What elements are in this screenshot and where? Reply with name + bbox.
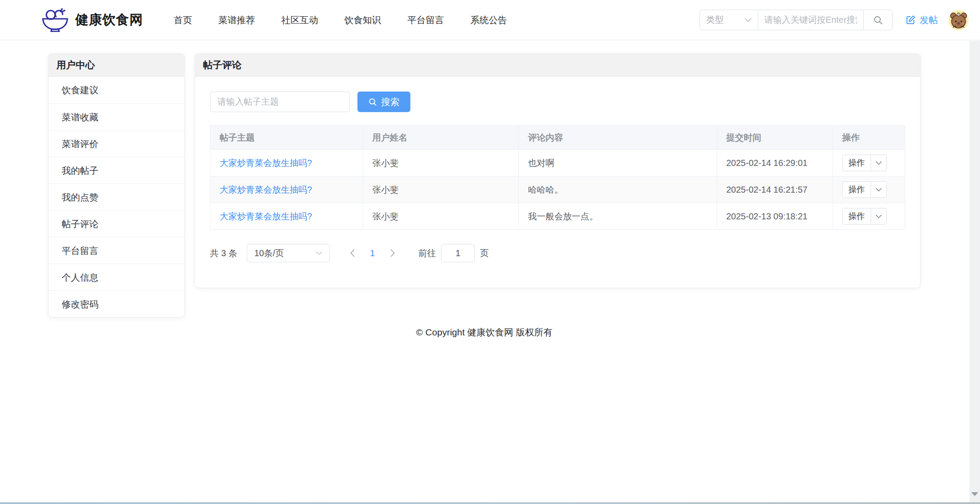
action-label: 操作: [843, 182, 871, 197]
navbar-right: 类型 发帖: [700, 10, 969, 30]
search-icon: [873, 15, 883, 25]
action-dropdown-button[interactable]: 操作: [842, 208, 887, 225]
sidebar-menu: 饮食建议 菜谱收藏 菜谱评价 我的帖子 我的点赞 帖子评论 平台留言 个人信息 …: [49, 77, 184, 317]
sidebar-item-recipe-favorites[interactable]: 菜谱收藏: [49, 103, 184, 130]
col-content: 评论内容: [519, 126, 717, 150]
sidebar-item-recipe-reviews[interactable]: 菜谱评价: [49, 130, 184, 157]
nav-item-knowledge[interactable]: 饮食知识: [344, 14, 381, 26]
search-button-label: 搜索: [381, 96, 399, 108]
topic-link[interactable]: 大家炒青菜会放生抽吗?: [220, 211, 312, 221]
copyright-footer: © Copyright 健康饮食网 版权所有: [48, 326, 920, 338]
sidebar-item-platform-messages[interactable]: 平台留言: [49, 237, 184, 264]
chevron-down-icon[interactable]: [871, 155, 886, 171]
chevron-down-icon[interactable]: [871, 182, 886, 197]
username-cell: 张小斐: [363, 176, 519, 203]
keyword-search-input[interactable]: [758, 10, 863, 30]
chevron-left-icon: [350, 249, 355, 257]
col-username: 用户姓名: [363, 126, 519, 150]
content-cell: 我一般会放一点。: [519, 203, 717, 230]
username-cell: 张小斐: [363, 203, 519, 230]
vertical-scrollbar[interactable]: [970, 41, 980, 502]
pagination: 共 3 条 10条/页 1: [210, 244, 905, 262]
sidebar-item-diet-advice[interactable]: 饮食建议: [49, 77, 184, 103]
post-comments-panel: 帖子评论 搜索 帖子主题 用户: [195, 53, 920, 288]
main-nav: 首页 菜谱推荐 社区互动 饮食知识 平台留言 系统公告: [174, 14, 507, 26]
col-time: 提交时间: [717, 126, 833, 150]
comments-table: 帖子主题 用户姓名 评论内容 提交时间 操作 大家炒青菜会放生抽吗? 张小斐 也…: [210, 125, 905, 230]
search-icon: [368, 98, 377, 106]
type-select[interactable]: 类型: [700, 10, 758, 30]
navbar: 健康饮食网 首页 菜谱推荐 社区互动 饮食知识 平台留言 系统公告 类型: [0, 0, 980, 40]
sidebar-item-profile[interactable]: 个人信息: [49, 264, 184, 290]
content-cell: 哈哈哈。: [519, 176, 717, 203]
brand[interactable]: 健康饮食网: [41, 8, 143, 32]
nav-item-community[interactable]: 社区互动: [281, 14, 318, 26]
goto-label: 前往: [418, 247, 436, 259]
action-dropdown-button[interactable]: 操作: [842, 181, 887, 198]
chevron-down-icon: [316, 251, 322, 255]
content: 用户中心 饮食建议 菜谱收藏 菜谱评价 我的帖子 我的点赞 帖子评论 平台留言 …: [48, 53, 920, 338]
topic-link[interactable]: 大家炒青菜会放生抽吗?: [220, 158, 312, 168]
scrollbar-down-arrow-icon[interactable]: [971, 492, 978, 496]
table-header-row: 帖子主题 用户姓名 评论内容 提交时间 操作: [210, 126, 905, 150]
sidebar-item-my-likes[interactable]: 我的点赞: [49, 183, 184, 210]
nav-item-home[interactable]: 首页: [174, 14, 192, 26]
nav-item-recipes[interactable]: 菜谱推荐: [218, 14, 255, 26]
action-label: 操作: [843, 208, 871, 224]
nav-item-messages[interactable]: 平台留言: [407, 14, 444, 26]
sidebar-item-post-comments[interactable]: 帖子评论: [49, 210, 184, 237]
type-select-value: 类型: [706, 14, 724, 26]
sidebar-item-my-posts[interactable]: 我的帖子: [49, 157, 184, 183]
page-size-value: 10条/页: [254, 247, 284, 259]
brand-name: 健康饮食网: [75, 11, 143, 29]
topic-search-input[interactable]: [210, 92, 350, 112]
action-dropdown-button[interactable]: 操作: [842, 155, 887, 171]
action-label: 操作: [843, 155, 871, 171]
chevron-down-icon[interactable]: [871, 208, 886, 224]
sidebar-item-change-password[interactable]: 修改密码: [49, 290, 184, 317]
page-number-1[interactable]: 1: [362, 248, 382, 258]
total-count: 共 3 条: [210, 247, 237, 259]
chevron-right-icon: [390, 249, 395, 257]
time-cell: 2025-02-14 16:29:01: [717, 150, 833, 176]
nav-item-announcements[interactable]: 系统公告: [470, 14, 507, 26]
table-row: 大家炒青菜会放生抽吗? 张小斐 也对啊 2025-02-14 16:29:01 …: [210, 150, 905, 176]
sidebar-title: 用户中心: [49, 54, 184, 77]
user-avatar[interactable]: [948, 10, 969, 30]
goto-page-input[interactable]: [441, 244, 475, 262]
col-topic: 帖子主题: [210, 126, 363, 150]
edit-pencil-icon: [906, 15, 916, 25]
new-post-label: 发帖: [920, 14, 938, 26]
table-row: 大家炒青菜会放生抽吗? 张小斐 我一般会放一点。 2025-02-13 09:1…: [210, 203, 905, 230]
topic-link[interactable]: 大家炒青菜会放生抽吗?: [220, 185, 312, 194]
bowl-logo-icon: [41, 8, 69, 32]
col-action: 操作: [833, 126, 905, 150]
prev-page-button[interactable]: [342, 249, 362, 257]
content-cell: 也对啊: [519, 150, 717, 176]
time-cell: 2025-02-14 16:21:57: [717, 176, 833, 203]
user-center-sidebar: 用户中心 饮食建议 菜谱收藏 菜谱评价 我的帖子 我的点赞 帖子评论 平台留言 …: [48, 53, 185, 317]
navbar-search-button[interactable]: [863, 10, 892, 30]
window-bottom-edge: [0, 502, 980, 504]
new-post-link[interactable]: 发帖: [906, 14, 938, 26]
navbar-search-group: 类型: [700, 10, 892, 30]
page-unit-label: 页: [480, 247, 489, 259]
panel-title: 帖子评论: [195, 54, 920, 77]
time-cell: 2025-02-13 09:18:21: [717, 203, 833, 230]
username-cell: 张小斐: [363, 150, 519, 176]
table-row: 大家炒青菜会放生抽吗? 张小斐 哈哈哈。 2025-02-14 16:21:57…: [210, 176, 905, 203]
next-page-button[interactable]: [382, 249, 402, 257]
page-size-select[interactable]: 10条/页: [247, 244, 330, 262]
search-button[interactable]: 搜索: [357, 92, 410, 112]
table-search-row: 搜索: [210, 92, 905, 112]
chevron-down-icon: [745, 18, 752, 22]
